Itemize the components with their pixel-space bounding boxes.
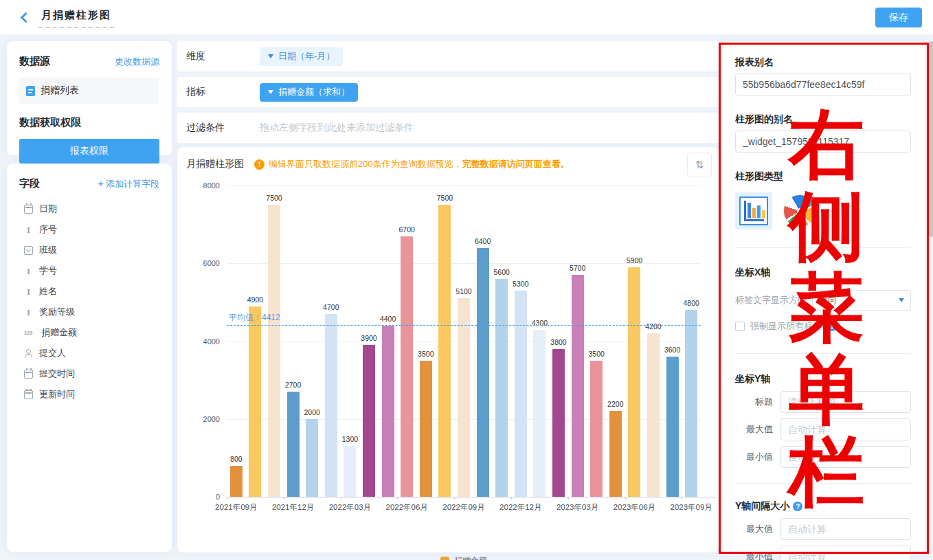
- x-tick: [227, 497, 227, 500]
- bar-2023年03月[interactable]: [572, 275, 584, 497]
- bar-value-label: 6400: [468, 237, 498, 245]
- y-interval-input[interactable]: [780, 518, 911, 540]
- x-tick-label: 2022年12月: [490, 502, 552, 513]
- bar-2022年08月[interactable]: [438, 205, 451, 497]
- number-icon: 123: [24, 328, 35, 337]
- change-datasource-link[interactable]: 更改数据源: [115, 56, 159, 68]
- dimension-value: 日期（年-月）: [278, 50, 335, 63]
- bar-value-label: 2700: [278, 381, 308, 389]
- warning-icon: !: [254, 159, 265, 170]
- metric-value: 捐赠金额（求和）: [278, 86, 350, 98]
- field-list: 日期I序号班级I学号I姓名I奖励等级123捐赠金额提交人提交时间更新时间: [19, 199, 159, 405]
- data-permission-title: 数据获取权限: [19, 116, 159, 129]
- bar-2023年09月[interactable]: [685, 310, 697, 497]
- label-direction-select[interactable]: 横向: [812, 290, 911, 311]
- widget-alias-input[interactable]: [735, 131, 911, 153]
- calendar-icon: [24, 205, 33, 214]
- back-button[interactable]: [19, 12, 34, 23]
- pie-chart-icon[interactable]: [783, 194, 816, 227]
- bar-value-label: 3600: [657, 346, 688, 354]
- field-item[interactable]: 班级: [19, 240, 159, 260]
- x-tick-label: 2021年12月: [262, 502, 324, 513]
- fields-panel: 字段 +添加计算字段 日期I序号班级I学号I姓名I奖励等级123捐赠金额提交人提…: [7, 164, 172, 552]
- bar-2023年06月[interactable]: [628, 267, 640, 497]
- widget-alias-label: 柱形图的别名: [735, 113, 911, 126]
- bar-value-label: 2000: [297, 408, 327, 416]
- y-interval-input[interactable]: [780, 546, 911, 560]
- x-tick: [454, 497, 455, 500]
- y-axis-label: 最小值: [735, 451, 773, 463]
- x-tick-label: 2023年03月: [547, 502, 609, 513]
- bar-2023年05月[interactable]: [609, 411, 622, 497]
- y-axis-input[interactable]: [780, 391, 911, 413]
- metric-pill[interactable]: 捐赠金额（求和）: [260, 83, 358, 102]
- field-item[interactable]: I学号: [19, 260, 159, 281]
- field-item[interactable]: I序号: [19, 219, 159, 240]
- field-label: 更新时间: [39, 388, 75, 401]
- bar-2022年04月[interactable]: [363, 345, 375, 497]
- bar-value-label: 5100: [449, 287, 479, 295]
- field-item[interactable]: 更新时间: [19, 384, 159, 405]
- datasource-item[interactable]: 捐赠列表: [19, 78, 159, 104]
- bar-2022年10月[interactable]: [477, 248, 489, 497]
- chevron-down-icon: [268, 54, 273, 58]
- bar-2023年08月[interactable]: [666, 357, 679, 497]
- chart-type-bar-option[interactable]: [735, 192, 772, 229]
- bar-2023年07月[interactable]: [647, 333, 660, 497]
- chart-title: 月捐赠柱形图: [186, 158, 244, 170]
- field-item[interactable]: I奖励等级: [19, 302, 159, 322]
- page-title: 月捐赠柱形图: [38, 9, 114, 28]
- y-axis-section-title: 坐标Y轴: [735, 373, 911, 385]
- help-icon[interactable]: ?: [827, 322, 837, 331]
- dimension-pill[interactable]: 日期（年-月）: [260, 47, 343, 66]
- add-calc-field-link[interactable]: +添加计算字段: [98, 177, 159, 190]
- chart-legend[interactable]: 捐赠金额: [227, 555, 701, 560]
- field-item[interactable]: 提交时间: [19, 363, 159, 384]
- bar-2022年11月[interactable]: [495, 279, 508, 497]
- y-interval-label: 最大值: [735, 523, 773, 535]
- force-labels-checkbox[interactable]: [735, 322, 745, 331]
- fields-title: 字段: [19, 177, 40, 190]
- datasource-name: 捐赠列表: [41, 85, 79, 97]
- help-icon[interactable]: ?: [793, 502, 802, 511]
- field-label: 班级: [39, 244, 57, 256]
- bar-2021年09月[interactable]: [230, 466, 243, 497]
- metric-label: 指标: [177, 86, 260, 98]
- y-tick-label: 2000: [177, 415, 220, 423]
- report-alias-input[interactable]: [735, 74, 911, 96]
- bar-2022年06月[interactable]: [401, 236, 413, 497]
- bar-2022年03月[interactable]: [344, 446, 356, 497]
- field-label: 姓名: [39, 285, 57, 298]
- field-label: 提交时间: [39, 368, 75, 380]
- bar-2021年10月[interactable]: [249, 306, 261, 497]
- dimension-row: 维度 日期（年-月）: [177, 41, 719, 71]
- bar-2023年04月[interactable]: [590, 361, 603, 497]
- field-item[interactable]: 123捐赠金额: [19, 322, 159, 343]
- field-item[interactable]: 提交人: [19, 343, 159, 363]
- bar-2021年11月[interactable]: [268, 205, 280, 497]
- bar-2023年01月[interactable]: [533, 330, 546, 497]
- report-permission-button[interactable]: 报表权限: [19, 139, 159, 164]
- sort-order-button[interactable]: ⇅: [687, 153, 712, 177]
- bar-2022年09月[interactable]: [458, 298, 470, 497]
- bar-2022年07月[interactable]: [420, 361, 432, 497]
- bar-2022年01月[interactable]: [306, 419, 318, 497]
- bar-value-label: 7500: [429, 194, 460, 202]
- x-tick: [511, 497, 512, 500]
- y-axis-settings: 标题最大值最小值: [735, 391, 911, 468]
- bar-2022年05月[interactable]: [382, 326, 394, 497]
- bar-value-label: 4400: [373, 315, 403, 323]
- y-axis-input[interactable]: [780, 418, 911, 440]
- y-axis-row: 标题: [735, 391, 911, 413]
- field-item[interactable]: I姓名: [19, 281, 159, 302]
- y-interval-row: 最大值: [735, 518, 911, 540]
- x-tick-label: 2023年09月: [660, 502, 722, 513]
- bar-2022年02月[interactable]: [325, 314, 337, 497]
- field-item[interactable]: 日期: [19, 199, 159, 219]
- save-button[interactable]: 保存: [875, 8, 922, 27]
- average-line-label: 平均值：4412: [229, 312, 280, 324]
- scrollbar-thumb[interactable]: [929, 41, 933, 237]
- bar-2023年02月[interactable]: [552, 349, 565, 497]
- y-axis-input[interactable]: [780, 446, 911, 468]
- filter-row[interactable]: 过滤条件 拖动左侧字段到此处来添加过滤条件: [177, 113, 719, 143]
